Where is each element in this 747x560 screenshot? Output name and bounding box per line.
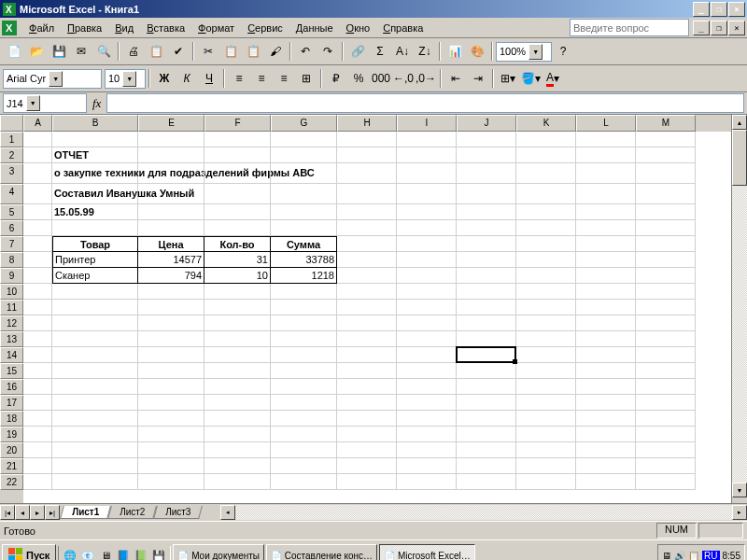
cell-E9[interactable]: 794 — [138, 268, 204, 284]
cell-K7[interactable] — [516, 236, 576, 252]
cell-J6[interactable] — [457, 220, 516, 236]
cell-F18[interactable] — [204, 411, 271, 427]
cell-F20[interactable] — [204, 442, 271, 458]
cell-L8[interactable] — [576, 252, 636, 268]
cell-L4[interactable] — [576, 184, 636, 204]
row-header-11[interactable]: 11 — [0, 300, 23, 315]
cell-A12[interactable] — [23, 315, 52, 331]
cell-L22[interactable] — [576, 474, 636, 490]
cell-F7[interactable]: Кол-во — [204, 236, 271, 252]
menu-help[interactable]: Справка — [376, 21, 430, 35]
cell-M21[interactable] — [636, 458, 696, 474]
cell-I21[interactable] — [397, 458, 457, 474]
cell-M16[interactable] — [636, 379, 696, 395]
drawing-button[interactable]: 🎨 — [466, 40, 488, 63]
name-box[interactable]: J14▼ — [3, 93, 87, 113]
cell-H7[interactable] — [337, 236, 397, 252]
cell-I22[interactable] — [397, 474, 457, 490]
cell-B3[interactable]: о закупке техники для подразделений фирм… — [52, 163, 138, 184]
cell-A22[interactable] — [23, 474, 52, 490]
cell-K4[interactable] — [516, 184, 576, 204]
col-header-E[interactable]: E — [138, 115, 204, 132]
align-right-button[interactable]: ≡ — [273, 67, 295, 90]
cell-F10[interactable] — [204, 284, 271, 300]
row-header-5[interactable]: 5 — [0, 204, 23, 220]
align-left-button[interactable]: ≡ — [228, 67, 250, 90]
ql-ie-icon[interactable]: 🌐 — [62, 546, 78, 560]
scroll-right-button[interactable]: ▸ — [732, 505, 747, 520]
cell-F16[interactable] — [204, 379, 271, 395]
cell-G11[interactable] — [271, 300, 337, 315]
cell-E7[interactable]: Цена — [138, 236, 204, 252]
cell-E16[interactable] — [138, 379, 204, 395]
cell-J9[interactable] — [457, 268, 516, 284]
cell-G15[interactable] — [271, 363, 337, 379]
cell-M15[interactable] — [636, 363, 696, 379]
cell-M9[interactable] — [636, 268, 696, 284]
cell-B6[interactable] — [52, 220, 138, 236]
cell-L17[interactable] — [576, 395, 636, 411]
cell-B16[interactable] — [52, 379, 138, 395]
cell-H20[interactable] — [337, 442, 397, 458]
cell-A20[interactable] — [23, 442, 52, 458]
cell-A4[interactable] — [23, 184, 52, 204]
zoom-combo[interactable]: 100%▼ — [496, 42, 552, 62]
cell-G21[interactable] — [271, 458, 337, 474]
merge-center-button[interactable]: ⊞ — [295, 67, 317, 90]
formula-bar[interactable] — [106, 93, 744, 113]
cell-J7[interactable] — [457, 236, 516, 252]
col-header-A[interactable]: A — [23, 115, 52, 132]
cut-button[interactable]: ✂ — [197, 40, 219, 63]
print-button[interactable]: 🖨 — [122, 40, 145, 63]
sort-asc-button[interactable]: A↓ — [391, 40, 414, 63]
cell-L15[interactable] — [576, 363, 636, 379]
cell-F3[interactable] — [204, 163, 271, 184]
cell-I4[interactable] — [397, 184, 457, 204]
sheet-tab-Лист1[interactable]: Лист1 — [60, 506, 111, 519]
cell-I8[interactable] — [397, 252, 457, 268]
cell-A10[interactable] — [23, 284, 52, 300]
cell-K18[interactable] — [516, 411, 576, 427]
cell-A13[interactable] — [23, 331, 52, 347]
cell-I10[interactable] — [397, 284, 457, 300]
cell-L7[interactable] — [576, 236, 636, 252]
cell-J1[interactable] — [457, 132, 516, 147]
cell-G22[interactable] — [271, 474, 337, 490]
cell-J10[interactable] — [457, 284, 516, 300]
cell-L16[interactable] — [576, 379, 636, 395]
cell-K9[interactable] — [516, 268, 576, 284]
cell-M14[interactable] — [636, 347, 696, 363]
taskbar-task[interactable]: 📄 Microsoft Excel… — [379, 544, 475, 560]
cell-F1[interactable] — [204, 132, 271, 147]
sheet-tab-Лист3[interactable]: Лист3 — [154, 506, 204, 519]
cell-L3[interactable] — [576, 163, 636, 184]
start-button[interactable]: Пуск — [2, 544, 56, 560]
select-all-corner[interactable] — [0, 115, 23, 132]
tab-nav-first[interactable]: |◂ — [0, 505, 15, 520]
col-header-B[interactable]: B — [52, 115, 138, 132]
cell-B11[interactable] — [52, 300, 138, 315]
row-header-15[interactable]: 15 — [0, 363, 23, 379]
autosum-button[interactable]: Σ — [369, 40, 391, 63]
cell-A6[interactable] — [23, 220, 52, 236]
cell-B17[interactable] — [52, 395, 138, 411]
cell-F12[interactable] — [204, 315, 271, 331]
tab-nav-prev[interactable]: ◂ — [15, 505, 30, 520]
row-header-9[interactable]: 9 — [0, 268, 23, 284]
cell-G8[interactable]: 33788 — [271, 252, 337, 268]
cell-H8[interactable] — [337, 252, 397, 268]
cell-E19[interactable] — [138, 427, 204, 442]
cell-F5[interactable] — [204, 204, 271, 220]
cell-H5[interactable] — [337, 204, 397, 220]
hyperlink-button[interactable]: 🔗 — [346, 40, 369, 63]
ql-excel-icon[interactable]: 📗 — [133, 546, 149, 560]
fx-icon[interactable]: fx — [92, 96, 101, 111]
cell-H19[interactable] — [337, 427, 397, 442]
cell-M11[interactable] — [636, 300, 696, 315]
menu-file[interactable]: Файл — [22, 21, 61, 35]
row-header-10[interactable]: 10 — [0, 284, 23, 300]
cell-J13[interactable] — [457, 331, 516, 347]
cell-M1[interactable] — [636, 132, 696, 147]
align-center-button[interactable]: ≡ — [250, 67, 273, 90]
cell-G3[interactable] — [271, 163, 337, 184]
